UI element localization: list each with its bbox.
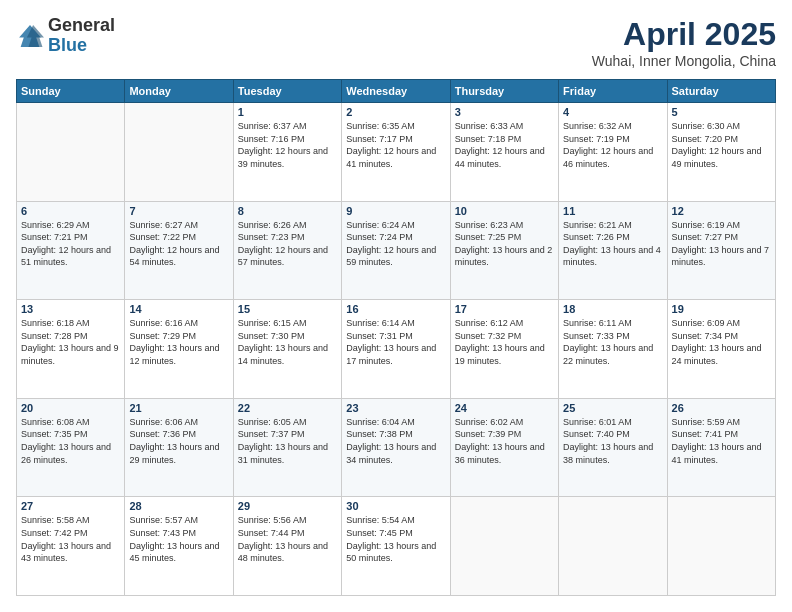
calendar-cell: 16Sunrise: 6:14 AM Sunset: 7:31 PM Dayli… <box>342 300 450 399</box>
day-info: Sunrise: 5:54 AM Sunset: 7:45 PM Dayligh… <box>346 514 445 564</box>
day-info: Sunrise: 6:09 AM Sunset: 7:34 PM Dayligh… <box>672 317 771 367</box>
calendar-week-row: 6Sunrise: 6:29 AM Sunset: 7:21 PM Daylig… <box>17 201 776 300</box>
day-number: 27 <box>21 500 120 512</box>
day-info: Sunrise: 5:57 AM Sunset: 7:43 PM Dayligh… <box>129 514 228 564</box>
calendar-cell <box>667 497 775 596</box>
weekday-header-tuesday: Tuesday <box>233 80 341 103</box>
day-number: 2 <box>346 106 445 118</box>
day-number: 22 <box>238 402 337 414</box>
day-number: 14 <box>129 303 228 315</box>
calendar-cell: 22Sunrise: 6:05 AM Sunset: 7:37 PM Dayli… <box>233 398 341 497</box>
calendar-cell <box>125 103 233 202</box>
day-info: Sunrise: 6:29 AM Sunset: 7:21 PM Dayligh… <box>21 219 120 269</box>
day-number: 5 <box>672 106 771 118</box>
day-info: Sunrise: 6:27 AM Sunset: 7:22 PM Dayligh… <box>129 219 228 269</box>
day-number: 4 <box>563 106 662 118</box>
calendar-cell: 14Sunrise: 6:16 AM Sunset: 7:29 PM Dayli… <box>125 300 233 399</box>
logo-icon <box>16 22 44 50</box>
day-info: Sunrise: 6:05 AM Sunset: 7:37 PM Dayligh… <box>238 416 337 466</box>
day-number: 28 <box>129 500 228 512</box>
day-info: Sunrise: 6:14 AM Sunset: 7:31 PM Dayligh… <box>346 317 445 367</box>
weekday-header-monday: Monday <box>125 80 233 103</box>
calendar-cell: 23Sunrise: 6:04 AM Sunset: 7:38 PM Dayli… <box>342 398 450 497</box>
weekday-header-saturday: Saturday <box>667 80 775 103</box>
day-number: 11 <box>563 205 662 217</box>
day-info: Sunrise: 6:26 AM Sunset: 7:23 PM Dayligh… <box>238 219 337 269</box>
calendar-cell: 28Sunrise: 5:57 AM Sunset: 7:43 PM Dayli… <box>125 497 233 596</box>
day-info: Sunrise: 5:58 AM Sunset: 7:42 PM Dayligh… <box>21 514 120 564</box>
calendar-cell <box>17 103 125 202</box>
day-info: Sunrise: 6:06 AM Sunset: 7:36 PM Dayligh… <box>129 416 228 466</box>
day-number: 24 <box>455 402 554 414</box>
day-number: 1 <box>238 106 337 118</box>
calendar-week-row: 20Sunrise: 6:08 AM Sunset: 7:35 PM Dayli… <box>17 398 776 497</box>
calendar-cell: 15Sunrise: 6:15 AM Sunset: 7:30 PM Dayli… <box>233 300 341 399</box>
day-info: Sunrise: 6:19 AM Sunset: 7:27 PM Dayligh… <box>672 219 771 269</box>
day-number: 18 <box>563 303 662 315</box>
day-info: Sunrise: 6:16 AM Sunset: 7:29 PM Dayligh… <box>129 317 228 367</box>
calendar-cell: 4Sunrise: 6:32 AM Sunset: 7:19 PM Daylig… <box>559 103 667 202</box>
day-number: 26 <box>672 402 771 414</box>
day-info: Sunrise: 6:01 AM Sunset: 7:40 PM Dayligh… <box>563 416 662 466</box>
day-info: Sunrise: 6:33 AM Sunset: 7:18 PM Dayligh… <box>455 120 554 170</box>
logo-text: General Blue <box>48 16 115 56</box>
day-info: Sunrise: 6:35 AM Sunset: 7:17 PM Dayligh… <box>346 120 445 170</box>
day-number: 10 <box>455 205 554 217</box>
calendar-cell: 10Sunrise: 6:23 AM Sunset: 7:25 PM Dayli… <box>450 201 558 300</box>
calendar-header-row: SundayMondayTuesdayWednesdayThursdayFrid… <box>17 80 776 103</box>
weekday-header-wednesday: Wednesday <box>342 80 450 103</box>
calendar-cell: 12Sunrise: 6:19 AM Sunset: 7:27 PM Dayli… <box>667 201 775 300</box>
calendar-cell: 27Sunrise: 5:58 AM Sunset: 7:42 PM Dayli… <box>17 497 125 596</box>
calendar-table: SundayMondayTuesdayWednesdayThursdayFrid… <box>16 79 776 596</box>
day-info: Sunrise: 6:32 AM Sunset: 7:19 PM Dayligh… <box>563 120 662 170</box>
calendar-cell <box>450 497 558 596</box>
calendar-week-row: 13Sunrise: 6:18 AM Sunset: 7:28 PM Dayli… <box>17 300 776 399</box>
day-number: 30 <box>346 500 445 512</box>
day-info: Sunrise: 6:15 AM Sunset: 7:30 PM Dayligh… <box>238 317 337 367</box>
calendar-cell: 26Sunrise: 5:59 AM Sunset: 7:41 PM Dayli… <box>667 398 775 497</box>
day-number: 12 <box>672 205 771 217</box>
calendar-cell: 5Sunrise: 6:30 AM Sunset: 7:20 PM Daylig… <box>667 103 775 202</box>
day-info: Sunrise: 6:04 AM Sunset: 7:38 PM Dayligh… <box>346 416 445 466</box>
calendar-week-row: 27Sunrise: 5:58 AM Sunset: 7:42 PM Dayli… <box>17 497 776 596</box>
calendar-week-row: 1Sunrise: 6:37 AM Sunset: 7:16 PM Daylig… <box>17 103 776 202</box>
day-number: 6 <box>21 205 120 217</box>
logo: General Blue <box>16 16 115 56</box>
day-number: 19 <box>672 303 771 315</box>
calendar-cell: 20Sunrise: 6:08 AM Sunset: 7:35 PM Dayli… <box>17 398 125 497</box>
day-info: Sunrise: 6:02 AM Sunset: 7:39 PM Dayligh… <box>455 416 554 466</box>
day-number: 16 <box>346 303 445 315</box>
day-info: Sunrise: 5:59 AM Sunset: 7:41 PM Dayligh… <box>672 416 771 466</box>
page: General Blue April 2025 Wuhai, Inner Mon… <box>0 0 792 612</box>
calendar-cell: 1Sunrise: 6:37 AM Sunset: 7:16 PM Daylig… <box>233 103 341 202</box>
day-info: Sunrise: 6:23 AM Sunset: 7:25 PM Dayligh… <box>455 219 554 269</box>
calendar-cell: 8Sunrise: 6:26 AM Sunset: 7:23 PM Daylig… <box>233 201 341 300</box>
calendar-cell: 25Sunrise: 6:01 AM Sunset: 7:40 PM Dayli… <box>559 398 667 497</box>
day-number: 7 <box>129 205 228 217</box>
day-info: Sunrise: 6:21 AM Sunset: 7:26 PM Dayligh… <box>563 219 662 269</box>
subtitle: Wuhai, Inner Mongolia, China <box>592 53 776 69</box>
main-title: April 2025 <box>592 16 776 53</box>
day-info: Sunrise: 6:37 AM Sunset: 7:16 PM Dayligh… <box>238 120 337 170</box>
weekday-header-thursday: Thursday <box>450 80 558 103</box>
calendar-cell: 6Sunrise: 6:29 AM Sunset: 7:21 PM Daylig… <box>17 201 125 300</box>
header: General Blue April 2025 Wuhai, Inner Mon… <box>16 16 776 69</box>
day-number: 9 <box>346 205 445 217</box>
day-number: 29 <box>238 500 337 512</box>
day-info: Sunrise: 5:56 AM Sunset: 7:44 PM Dayligh… <box>238 514 337 564</box>
calendar-cell: 18Sunrise: 6:11 AM Sunset: 7:33 PM Dayli… <box>559 300 667 399</box>
weekday-header-friday: Friday <box>559 80 667 103</box>
day-info: Sunrise: 6:08 AM Sunset: 7:35 PM Dayligh… <box>21 416 120 466</box>
day-info: Sunrise: 6:24 AM Sunset: 7:24 PM Dayligh… <box>346 219 445 269</box>
calendar-cell: 17Sunrise: 6:12 AM Sunset: 7:32 PM Dayli… <box>450 300 558 399</box>
day-number: 23 <box>346 402 445 414</box>
calendar-cell: 2Sunrise: 6:35 AM Sunset: 7:17 PM Daylig… <box>342 103 450 202</box>
title-block: April 2025 Wuhai, Inner Mongolia, China <box>592 16 776 69</box>
day-number: 3 <box>455 106 554 118</box>
day-info: Sunrise: 6:11 AM Sunset: 7:33 PM Dayligh… <box>563 317 662 367</box>
calendar-cell: 7Sunrise: 6:27 AM Sunset: 7:22 PM Daylig… <box>125 201 233 300</box>
day-info: Sunrise: 6:18 AM Sunset: 7:28 PM Dayligh… <box>21 317 120 367</box>
weekday-header-sunday: Sunday <box>17 80 125 103</box>
calendar-cell: 29Sunrise: 5:56 AM Sunset: 7:44 PM Dayli… <box>233 497 341 596</box>
calendar-cell: 3Sunrise: 6:33 AM Sunset: 7:18 PM Daylig… <box>450 103 558 202</box>
